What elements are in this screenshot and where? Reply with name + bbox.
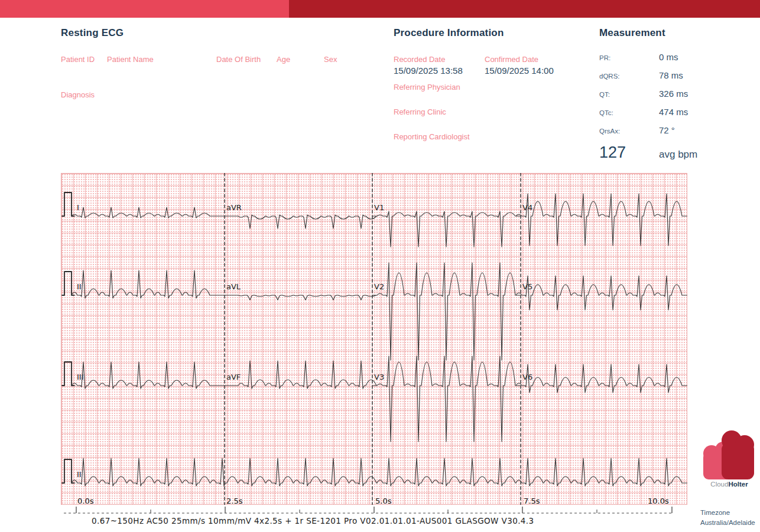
procedure-field-label: Reporting Cardiologist: [394, 132, 470, 141]
acquisition-settings-line: 0.67~150Hz AC50 25mm/s 10mm/mV 4x2.5s + …: [92, 516, 534, 526]
measurement-value: 0 ms: [659, 52, 678, 62]
ecg-lead-label: V2: [374, 282, 384, 291]
measurement-row: QT:326 ms: [599, 89, 735, 107]
measurement-section-title: Measurement: [599, 27, 665, 39]
procedure-extra-labels: Referring PhysicianReferring ClinicRepor…: [394, 83, 470, 157]
recorded-date-value: 15/09/2025 13:58: [394, 66, 463, 76]
ecg-lead-label: aVF: [226, 373, 241, 381]
measurement-value: 72 °: [659, 125, 675, 135]
patient-field-labels: Patient IDPatient NameDate Of BirthAgeSe…: [61, 55, 368, 64]
ecg-lead-label: V3: [374, 373, 384, 381]
measurement-row: QrsAx:72 °: [599, 125, 735, 143]
timezone-label: Timezone: [700, 508, 755, 518]
ecg-time-label: 5.0s: [375, 497, 391, 505]
confirmed-date-label: Confirmed Date: [485, 55, 538, 64]
heart-rate-row: 127 avg bpm: [599, 143, 735, 162]
ecg-time-label: 2.5s: [226, 497, 242, 505]
header-bar: [0, 0, 760, 18]
resting-ecg-report-page: Resting ECG Patient IDPatient NameDate O…: [0, 0, 760, 532]
patient-field-label: Patient ID: [61, 55, 95, 64]
measurement-label: PR:: [599, 54, 659, 61]
confirmed-date-value: 15/09/2025 14:00: [485, 66, 554, 76]
dark-heart-shape: [722, 430, 754, 479]
ecg-lead-label: V5: [522, 282, 532, 291]
measurement-label: QT:: [599, 91, 659, 98]
ecg-lead-label: I: [77, 203, 79, 212]
cloudholter-logo-icon: [701, 429, 758, 485]
page-title: Resting ECG: [61, 27, 124, 39]
timezone-value: Australia/Adelaide: [700, 518, 755, 528]
measurement-value: 78 ms: [659, 70, 683, 80]
ecg-time-label: 0.0s: [77, 497, 93, 505]
ecg-lead-label: V6: [522, 373, 532, 381]
patient-field-label: Date Of Birth: [216, 55, 261, 64]
measurement-value: 474 ms: [659, 107, 688, 117]
procedure-section-title: Procedure Information: [394, 27, 504, 39]
patient-field-label: Age: [277, 55, 290, 64]
ecg-lead-label: aVL: [226, 282, 241, 291]
measurement-row: PR:0 ms: [599, 52, 735, 70]
measurement-label: QrsAx:: [599, 128, 659, 135]
ecg-lead-label: aVR: [226, 203, 242, 212]
ecg-lead-label: II: [77, 282, 82, 291]
timezone-block: Timezone Australia/Adelaide: [700, 508, 755, 528]
ecg-lead-label: III: [77, 373, 84, 381]
ecg-time-label: 10.0s: [648, 497, 669, 505]
recorded-date-label: Recorded Date: [394, 55, 445, 64]
brand-cloud-text: Cloud: [710, 481, 728, 488]
cloudholter-wordmark: CloudHolter: [701, 481, 758, 488]
ecg-waveforms: [61, 173, 687, 505]
brand-holter-text: Holter: [728, 481, 748, 488]
measurement-rows: PR:0 msdQRS:78 msQT:326 msQTc:474 msQrsA…: [599, 52, 735, 143]
measurement-list: PR:0 msdQRS:78 msQT:326 msQTc:474 msQrsA…: [599, 52, 735, 162]
ecg-strip-panel: IaVRV1V4IIaVLV2V5IIIaVFV3V6II0.0s2.5s5.0…: [61, 173, 687, 521]
procedure-field-label: Referring Physician: [394, 83, 470, 92]
ecg-lead-label: V4: [522, 203, 532, 212]
ecg-time-label: 7.5s: [524, 497, 540, 505]
heart-rate-unit: avg bpm: [659, 149, 697, 161]
diagnosis-label: Diagnosis: [61, 90, 95, 99]
procedure-field-label: Referring Clinic: [394, 107, 470, 116]
measurement-label: QTc:: [599, 109, 659, 116]
patient-field-label: Sex: [324, 55, 337, 64]
measurement-label: dQRS:: [599, 73, 659, 80]
patient-field-label: Patient Name: [107, 55, 154, 64]
measurement-row: dQRS:78 ms: [599, 70, 735, 89]
measurement-row: QTc:474 ms: [599, 107, 735, 125]
ecg-lead-label: II: [77, 470, 82, 479]
heart-rate-value: 127: [599, 143, 659, 162]
ecg-lead-label: V1: [374, 203, 384, 212]
measurement-value: 326 ms: [659, 89, 688, 99]
